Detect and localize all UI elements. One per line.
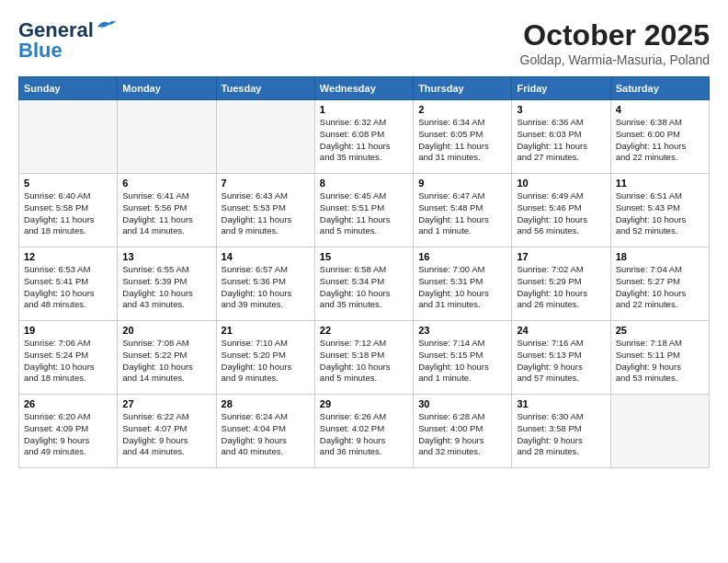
calendar-cell: 4Sunrise: 6:38 AM Sunset: 6:00 PM Daylig… <box>610 100 709 174</box>
day-info: Sunrise: 7:06 AM Sunset: 5:24 PM Dayligh… <box>24 338 112 385</box>
day-number: 28 <box>222 398 310 409</box>
calendar-cell: 27Sunrise: 6:22 AM Sunset: 4:07 PM Dayli… <box>118 395 216 468</box>
calendar-cell: 19Sunrise: 7:06 AM Sunset: 5:24 PM Dayli… <box>19 321 118 395</box>
day-number: 13 <box>122 251 210 262</box>
calendar-cell: 8Sunrise: 6:45 AM Sunset: 5:51 PM Daylig… <box>314 174 413 247</box>
calendar-cell: 24Sunrise: 7:16 AM Sunset: 5:13 PM Dayli… <box>512 321 610 395</box>
day-number: 9 <box>418 178 506 189</box>
title-block: October 2025 Goldap, Warmia-Masuria, Pol… <box>520 18 710 67</box>
day-number: 11 <box>616 178 704 189</box>
day-info: Sunrise: 7:04 AM Sunset: 5:27 PM Dayligh… <box>616 264 704 311</box>
weekday-header-thursday: Thursday <box>414 77 512 100</box>
day-number: 16 <box>418 251 506 262</box>
calendar-cell: 13Sunrise: 6:55 AM Sunset: 5:39 PM Dayli… <box>118 247 216 321</box>
calendar-cell: 30Sunrise: 6:28 AM Sunset: 4:00 PM Dayli… <box>414 395 512 468</box>
calendar-cell: 17Sunrise: 7:02 AM Sunset: 5:29 PM Dayli… <box>512 247 610 321</box>
calendar-cell <box>118 100 216 174</box>
calendar-cell: 23Sunrise: 7:14 AM Sunset: 5:15 PM Dayli… <box>414 321 512 395</box>
day-info: Sunrise: 7:16 AM Sunset: 5:13 PM Dayligh… <box>517 338 605 385</box>
day-info: Sunrise: 7:10 AM Sunset: 5:20 PM Dayligh… <box>222 338 310 385</box>
day-info: Sunrise: 6:28 AM Sunset: 4:00 PM Dayligh… <box>418 411 506 458</box>
day-info: Sunrise: 6:53 AM Sunset: 5:41 PM Dayligh… <box>24 264 112 311</box>
day-number: 6 <box>122 178 210 189</box>
calendar-cell: 1Sunrise: 6:32 AM Sunset: 6:08 PM Daylig… <box>314 100 413 174</box>
day-info: Sunrise: 6:40 AM Sunset: 5:58 PM Dayligh… <box>24 190 112 237</box>
day-number: 25 <box>616 325 704 336</box>
day-number: 29 <box>320 398 408 409</box>
day-number: 22 <box>320 325 408 336</box>
day-info: Sunrise: 6:32 AM Sunset: 6:08 PM Dayligh… <box>320 117 408 164</box>
day-number: 21 <box>222 325 310 336</box>
calendar-cell: 6Sunrise: 6:41 AM Sunset: 5:56 PM Daylig… <box>118 174 216 247</box>
calendar-cell: 3Sunrise: 6:36 AM Sunset: 6:03 PM Daylig… <box>512 100 610 174</box>
calendar-cell: 29Sunrise: 6:26 AM Sunset: 4:02 PM Dayli… <box>314 395 413 468</box>
day-number: 24 <box>517 325 605 336</box>
calendar-cell: 26Sunrise: 6:20 AM Sunset: 4:09 PM Dayli… <box>19 395 118 468</box>
day-number: 4 <box>616 104 704 115</box>
day-number: 19 <box>24 325 112 336</box>
calendar-week-3: 12Sunrise: 6:53 AM Sunset: 5:41 PM Dayli… <box>19 247 710 321</box>
calendar-cell: 14Sunrise: 6:57 AM Sunset: 5:36 PM Dayli… <box>216 247 314 321</box>
calendar-cell <box>19 100 118 174</box>
day-number: 14 <box>222 251 310 262</box>
calendar-week-4: 19Sunrise: 7:06 AM Sunset: 5:24 PM Dayli… <box>19 321 710 395</box>
day-info: Sunrise: 6:38 AM Sunset: 6:00 PM Dayligh… <box>616 117 704 164</box>
weekday-header-friday: Friday <box>512 77 610 100</box>
calendar-cell: 9Sunrise: 6:47 AM Sunset: 5:48 PM Daylig… <box>414 174 512 247</box>
weekday-header-wednesday: Wednesday <box>314 77 413 100</box>
calendar-cell: 25Sunrise: 7:18 AM Sunset: 5:11 PM Dayli… <box>610 321 709 395</box>
day-info: Sunrise: 6:47 AM Sunset: 5:48 PM Dayligh… <box>418 190 506 237</box>
calendar-cell: 12Sunrise: 6:53 AM Sunset: 5:41 PM Dayli… <box>19 247 118 321</box>
day-info: Sunrise: 6:41 AM Sunset: 5:56 PM Dayligh… <box>122 190 210 237</box>
weekday-header-sunday: Sunday <box>19 77 118 100</box>
day-info: Sunrise: 6:58 AM Sunset: 5:34 PM Dayligh… <box>320 264 408 311</box>
day-number: 20 <box>122 325 210 336</box>
day-info: Sunrise: 6:22 AM Sunset: 4:07 PM Dayligh… <box>122 411 210 458</box>
day-number: 7 <box>222 178 310 189</box>
month-title: October 2025 <box>520 18 710 52</box>
calendar-cell: 20Sunrise: 7:08 AM Sunset: 5:22 PM Dayli… <box>118 321 216 395</box>
day-number: 26 <box>24 398 112 409</box>
day-info: Sunrise: 7:08 AM Sunset: 5:22 PM Dayligh… <box>122 338 210 385</box>
calendar-cell: 2Sunrise: 6:34 AM Sunset: 6:05 PM Daylig… <box>414 100 512 174</box>
day-number: 15 <box>320 251 408 262</box>
day-info: Sunrise: 6:30 AM Sunset: 3:58 PM Dayligh… <box>517 411 605 458</box>
day-number: 30 <box>418 398 506 409</box>
calendar-cell <box>216 100 314 174</box>
calendar-cell: 18Sunrise: 7:04 AM Sunset: 5:27 PM Dayli… <box>610 247 709 321</box>
calendar-week-2: 5Sunrise: 6:40 AM Sunset: 5:58 PM Daylig… <box>19 174 710 247</box>
calendar-cell: 7Sunrise: 6:43 AM Sunset: 5:53 PM Daylig… <box>216 174 314 247</box>
calendar-cell: 10Sunrise: 6:49 AM Sunset: 5:46 PM Dayli… <box>512 174 610 247</box>
calendar-cell: 5Sunrise: 6:40 AM Sunset: 5:58 PM Daylig… <box>19 174 118 247</box>
day-info: Sunrise: 6:43 AM Sunset: 5:53 PM Dayligh… <box>222 190 310 237</box>
day-number: 27 <box>122 398 210 409</box>
weekday-header-monday: Monday <box>118 77 216 100</box>
calendar-cell: 11Sunrise: 6:51 AM Sunset: 5:43 PM Dayli… <box>610 174 709 247</box>
day-info: Sunrise: 6:55 AM Sunset: 5:39 PM Dayligh… <box>122 264 210 311</box>
weekday-header-tuesday: Tuesday <box>216 77 314 100</box>
logo-blue: Blue <box>18 39 63 63</box>
day-number: 12 <box>24 251 112 262</box>
day-number: 5 <box>24 178 112 189</box>
day-info: Sunrise: 6:34 AM Sunset: 6:05 PM Dayligh… <box>418 117 506 164</box>
calendar-cell: 31Sunrise: 6:30 AM Sunset: 3:58 PM Dayli… <box>512 395 610 468</box>
day-info: Sunrise: 7:02 AM Sunset: 5:29 PM Dayligh… <box>517 264 605 311</box>
page-header: General Blue October 2025 Goldap, Warmia… <box>18 18 710 67</box>
day-info: Sunrise: 6:45 AM Sunset: 5:51 PM Dayligh… <box>320 190 408 237</box>
location-subtitle: Goldap, Warmia-Masuria, Poland <box>520 52 710 67</box>
calendar-cell: 21Sunrise: 7:10 AM Sunset: 5:20 PM Dayli… <box>216 321 314 395</box>
logo-bird-icon <box>96 19 116 34</box>
calendar-cell: 16Sunrise: 7:00 AM Sunset: 5:31 PM Dayli… <box>414 247 512 321</box>
calendar-week-1: 1Sunrise: 6:32 AM Sunset: 6:08 PM Daylig… <box>19 100 710 174</box>
calendar-cell <box>610 395 709 468</box>
day-info: Sunrise: 6:51 AM Sunset: 5:43 PM Dayligh… <box>616 190 704 237</box>
day-number: 18 <box>616 251 704 262</box>
day-info: Sunrise: 6:20 AM Sunset: 4:09 PM Dayligh… <box>24 411 112 458</box>
day-info: Sunrise: 6:57 AM Sunset: 5:36 PM Dayligh… <box>222 264 310 311</box>
calendar-cell: 28Sunrise: 6:24 AM Sunset: 4:04 PM Dayli… <box>216 395 314 468</box>
day-number: 17 <box>517 251 605 262</box>
day-info: Sunrise: 7:14 AM Sunset: 5:15 PM Dayligh… <box>418 338 506 385</box>
day-info: Sunrise: 6:49 AM Sunset: 5:46 PM Dayligh… <box>517 190 605 237</box>
day-info: Sunrise: 7:00 AM Sunset: 5:31 PM Dayligh… <box>418 264 506 311</box>
calendar-cell: 15Sunrise: 6:58 AM Sunset: 5:34 PM Dayli… <box>314 247 413 321</box>
